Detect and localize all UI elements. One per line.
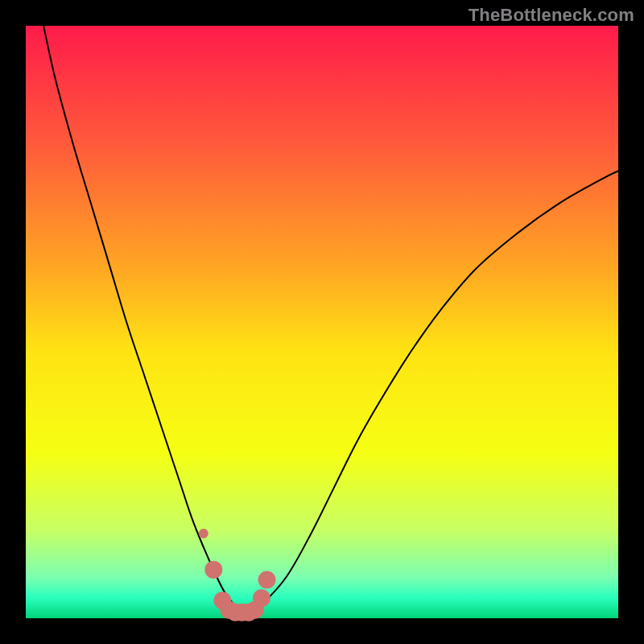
highlight-band-point	[253, 589, 270, 607]
highlight-dot-point	[199, 529, 208, 539]
plot-background	[26, 26, 618, 618]
chart-frame: TheBottleneck.com	[0, 0, 644, 644]
highlight-band-point	[258, 571, 276, 588]
bottleneck-chart	[0, 0, 644, 644]
watermark-text: TheBottleneck.com	[469, 5, 634, 26]
highlight-band-point	[204, 561, 222, 579]
